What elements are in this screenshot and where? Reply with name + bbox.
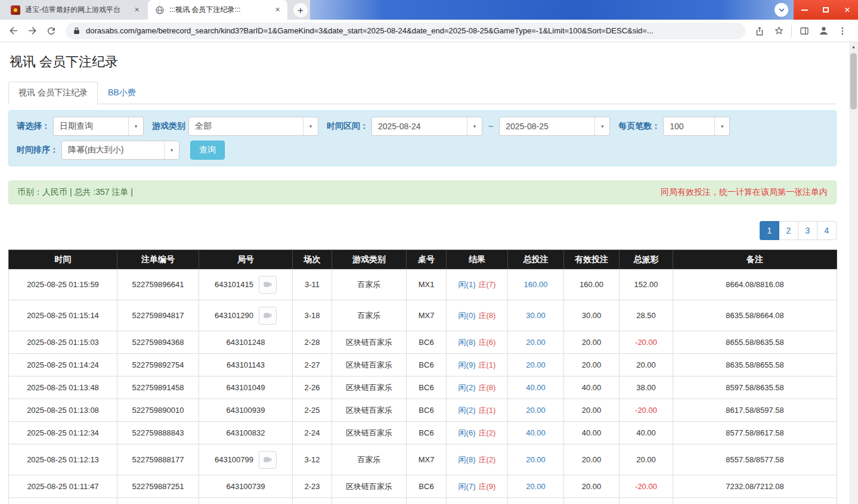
tab-bet-records[interactable]: 视讯 会员下注纪录 (8, 82, 98, 104)
table-row: 2025-08-25 01:13:48 522759891458 6431010… (9, 377, 837, 399)
chevron-down-icon: ▾ (467, 117, 482, 135)
minimize-button[interactable] (794, 0, 815, 20)
replay-button[interactable] (259, 307, 277, 325)
cell-total-bet[interactable]: 160.00 (508, 269, 564, 300)
scrollbar-thumb[interactable] (850, 53, 857, 110)
tab-close-icon[interactable]: × (272, 5, 283, 15)
cell-total-bet[interactable]: 40.00 (508, 377, 564, 399)
sort-select[interactable]: 降幂(由大到小) ▾ (61, 141, 179, 160)
cell-note: 8635.58/8655.58 (673, 354, 837, 377)
window-controls: × (794, 0, 858, 20)
cell-payout: 20.00 (620, 444, 673, 475)
round-number: 643100799 (215, 455, 253, 464)
cell-total-bet[interactable]: 30.00 (508, 300, 564, 331)
tab-close-icon[interactable]: × (132, 5, 142, 15)
cell-table-no: BC6 (407, 399, 447, 422)
cell-valid-bet: 20.00 (564, 475, 620, 498)
query-mode-select[interactable]: 日期查询 ▾ (53, 117, 144, 136)
result-banker: 庄(2) (479, 428, 496, 437)
cell-table-no: BC6 (407, 331, 447, 354)
scrollbar-track[interactable]: ▲ (849, 42, 858, 504)
cell-bet-id: 522759890010 (117, 399, 199, 422)
side-panel-button[interactable] (795, 22, 813, 40)
result-banker: 庄(7) (479, 280, 496, 289)
filter-row-1: 请选择： 日期查询 ▾ 游戏类别 全部 ▾ 时间区间： 2025-08-24 ▾… (17, 117, 828, 136)
menu-kebab-icon[interactable] (834, 22, 851, 40)
page-button-1[interactable]: 1 (760, 221, 779, 240)
cell-game-type: 区块链百家乐 (332, 354, 407, 377)
maximize-button[interactable] (815, 0, 837, 20)
result-player: 闲(0) (459, 311, 476, 320)
page-button-2[interactable]: 2 (779, 221, 798, 240)
result-player: 闲(1) (459, 280, 476, 289)
cell-time: 2025-08-25 01:11:47 (9, 475, 117, 498)
summary-bar: 币别：人民币 | 总共 :357 注单 | 同局有效投注，统一计算在该局第一张注… (8, 181, 837, 204)
profile-avatar[interactable] (814, 22, 832, 40)
round-number: 643101049 (226, 383, 265, 392)
cell-session: 3-12 (293, 444, 332, 475)
share-button[interactable] (751, 22, 769, 40)
browser-tab-inactive[interactable]: 通宝-信誉最好的网上游戏平台 × (4, 0, 147, 20)
filter-panel: 请选择： 日期查询 ▾ 游戏类别 全部 ▾ 时间区间： 2025-08-24 ▾… (8, 110, 837, 166)
new-tab-button[interactable]: + (293, 3, 308, 17)
page-button-3[interactable]: 3 (798, 221, 817, 240)
column-header: 时间 (9, 250, 117, 269)
game-type-select[interactable]: 全部 ▾ (188, 117, 318, 136)
cell-total-bet[interactable]: 20.00 (508, 444, 564, 475)
forward-button[interactable] (23, 22, 41, 40)
query-button[interactable]: 查询 (190, 141, 225, 160)
close-button[interactable]: × (837, 0, 858, 20)
result-banker: 庄(2) (479, 455, 496, 464)
bet-table-header-row: 时间注单编号局号场次游戏类别桌号结果总投注有效投注总派彩备注 (9, 250, 837, 269)
back-button[interactable] (4, 22, 22, 40)
cell-total-bet[interactable]: 20.00 (508, 399, 564, 422)
cell-total-bet[interactable]: 20.00 (508, 475, 564, 498)
round-number: 643101248 (226, 338, 265, 347)
bookmark-star-icon[interactable] (770, 22, 788, 40)
column-header: 局号 (199, 250, 293, 269)
url-text[interactable]: dorasabs.com/game/betrecord_search/kind3… (86, 26, 738, 35)
result-player: 闲(8) (459, 338, 476, 347)
round-number: 643101143 (227, 360, 265, 369)
column-header: 场次 (293, 250, 332, 269)
refresh-button[interactable] (42, 22, 60, 40)
tab-title: 通宝-信誉最好的网上游戏平台 (25, 5, 127, 15)
partial-row (9, 498, 837, 504)
table-row: 2025-08-25 01:15:59 522759896641 6431014… (9, 269, 837, 300)
result-player: 闲(9) (459, 360, 476, 369)
replay-button[interactable] (259, 276, 277, 294)
cell-time: 2025-08-25 01:13:48 (9, 377, 117, 399)
table-row: 2025-08-25 01:14:24 522759892754 6431011… (9, 354, 837, 377)
cell-total-bet[interactable]: 20.00 (508, 331, 564, 354)
address-bar[interactable]: dorasabs.com/game/betrecord_search/kind3… (66, 23, 745, 39)
cell-note: 8655.58/8635.58 (673, 331, 837, 354)
cell-session: 2-27 (293, 354, 332, 377)
tab-search-chevron-icon[interactable] (775, 3, 788, 17)
cell-valid-bet: 30.00 (564, 300, 620, 331)
cell-session: 2-23 (293, 475, 332, 498)
cell-result: 闲(8)庄(6) (447, 331, 508, 354)
per-page-select[interactable]: 100 ▾ (663, 117, 730, 136)
cell-session: 2-24 (293, 422, 332, 444)
page-button-4[interactable]: 4 (817, 221, 837, 240)
result-banker: 庄(1) (479, 360, 496, 369)
cell-total-bet[interactable]: 20.00 (508, 354, 564, 377)
table-row: 2025-08-25 01:12:34 522759888843 6431008… (9, 422, 837, 444)
result-player: 闲(2) (459, 406, 476, 415)
globe-icon (155, 5, 165, 15)
tab-bb-tips[interactable]: BB小费 (98, 82, 146, 104)
browser-toolbar: dorasabs.com/game/betrecord_search/kind3… (0, 20, 858, 42)
column-header: 有效投注 (564, 250, 620, 269)
scroll-up-arrow-icon[interactable]: ▲ (849, 42, 858, 51)
cell-valid-bet: 20.00 (564, 354, 620, 377)
cell-total-bet[interactable]: 40.00 (508, 422, 564, 444)
maximize-icon (823, 7, 829, 13)
date-end-select[interactable]: 2025-08-25 ▾ (499, 117, 610, 136)
cell-table-no: BC6 (407, 377, 447, 399)
cell-payout: -20.00 (620, 399, 673, 422)
date-start-select[interactable]: 2025-08-24 ▾ (371, 117, 482, 136)
cell-bet-id: 522759888843 (117, 422, 199, 444)
replay-button[interactable] (259, 451, 277, 469)
browser-tab-active[interactable]: :::视讯 会员下注纪录::: × (148, 0, 287, 20)
cell-note: 8664.08/8816.08 (673, 269, 837, 300)
